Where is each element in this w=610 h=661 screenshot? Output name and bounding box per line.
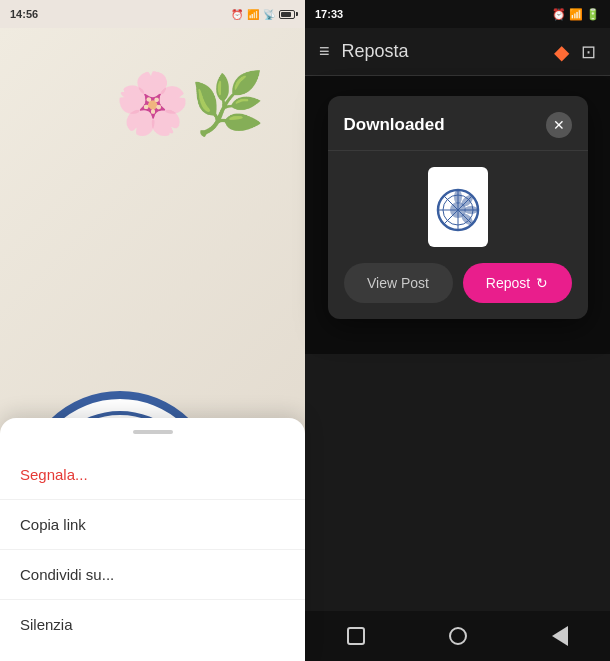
right-wifi-icon: 🔋 (586, 8, 600, 20)
right-header: ≡ Reposta ◆ ⊡ (305, 28, 610, 76)
left-status-bar: 14:56 ⏰ 📶 📡 (0, 0, 305, 28)
signal-icon: 📶 (247, 9, 259, 20)
left-status-icons: ⏰ 📶 📡 (231, 9, 295, 20)
battery-icon (279, 10, 295, 19)
right-panel: 17:33 ⏰ 📶 🔋 ≡ Reposta ◆ ⊡ Downloaded ✕ (305, 0, 610, 661)
post-thumbnail (428, 167, 488, 247)
modal-title: Downloaded (344, 115, 445, 135)
modal-header: Downloaded ✕ (328, 96, 588, 151)
camera-icon[interactable]: ⊡ (581, 41, 596, 63)
right-time: 17:33 (315, 8, 343, 20)
left-time: 14:56 (10, 8, 38, 20)
sheet-item-mute[interactable]: Silenzia (0, 600, 305, 649)
modal-overlay: Downloaded ✕ (305, 76, 610, 354)
alarm-icon: ⏰ (231, 9, 243, 20)
svg-point-33 (464, 206, 478, 214)
right-nav-recents-icon[interactable] (347, 627, 365, 645)
right-status-icons: ⏰ 📶 🔋 (552, 8, 600, 21)
right-status-bar: 17:33 ⏰ 📶 🔋 (305, 0, 610, 28)
right-alarm-icon: ⏰ (552, 8, 566, 20)
right-signal-icon: 📶 (569, 8, 583, 20)
left-panel: 14:56 ⏰ 📶 📡 🌸🌿 (0, 0, 305, 661)
close-icon: ✕ (553, 117, 565, 133)
sheet-handle (133, 430, 173, 434)
modal-actions: View Post Repost ↻ (344, 263, 572, 303)
hamburger-icon[interactable]: ≡ (319, 41, 330, 62)
diamond-icon[interactable]: ◆ (554, 40, 569, 64)
right-nav-back-icon[interactable] (552, 626, 568, 646)
repost-button[interactable]: Repost ↻ (463, 263, 572, 303)
app-title: Reposta (342, 41, 542, 62)
view-post-button[interactable]: View Post (344, 263, 453, 303)
sheet-item-share[interactable]: Condividi su... (0, 550, 305, 600)
wifi-icon: 📡 (263, 9, 275, 20)
right-nav-bar (305, 611, 610, 661)
thumbnail-svg (433, 175, 483, 240)
close-button[interactable]: ✕ (546, 112, 572, 138)
svg-point-32 (454, 190, 462, 204)
sheet-item-copy-link[interactable]: Copia link (0, 500, 305, 550)
modal-body: View Post Repost ↻ (328, 151, 588, 319)
right-nav-home-icon[interactable] (449, 627, 467, 645)
flowers-decoration: 🌸🌿 (115, 68, 265, 139)
right-content-area (305, 354, 610, 612)
sheet-item-report[interactable]: Segnala... (0, 450, 305, 500)
repost-label: Repost (486, 275, 530, 291)
thumbnail-inner (433, 175, 483, 240)
repost-icon: ↻ (536, 275, 548, 291)
downloaded-modal: Downloaded ✕ (328, 96, 588, 319)
bottom-sheet: Segnala... Copia link Condividi su... Si… (0, 418, 305, 661)
